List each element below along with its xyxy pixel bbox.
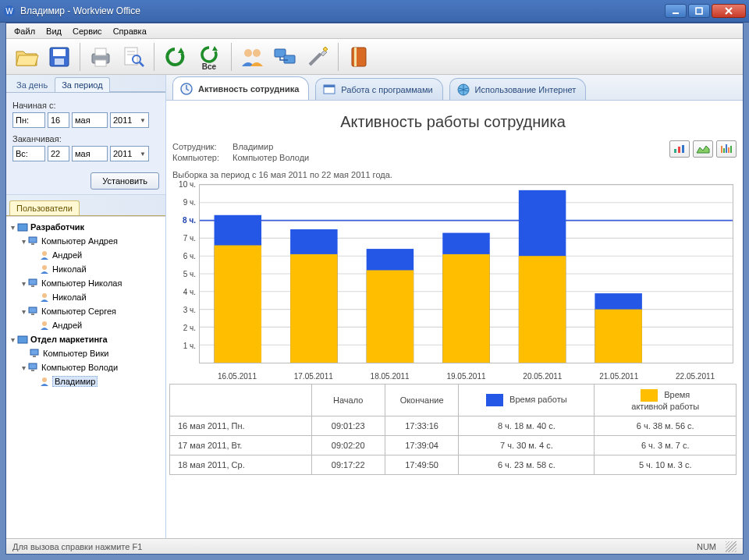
computer-icon [28,278,39,289]
minimize-button[interactable] [665,4,687,18]
menu-service[interactable]: Сервис [68,25,107,37]
svg-rect-36 [31,370,34,371]
svg-rect-48 [728,147,729,153]
clock-icon [179,82,193,96]
svg-rect-29 [29,307,37,313]
svg-rect-62 [215,246,261,363]
table-row: 16 мая 2011, Пн.09:01:2317:33:168 ч. 18 … [170,416,737,436]
group-icon [17,334,28,345]
computer-icon [28,306,39,317]
col-start: Начало [311,385,385,416]
svg-rect-18 [284,55,295,63]
chart: 1 ч.2 ч.3 ч.4 ч.5 ч.6 ч.7 ч.8 ч.9 ч.10 ч… [172,184,733,363]
tree-user[interactable]: Андрей [8,318,164,332]
users-button[interactable] [236,41,268,73]
tree-user[interactable]: Николай [8,290,164,304]
tree-computer[interactable]: ▾Компьютер Андрея [8,234,164,248]
app-icon: W [3,5,16,17]
left-panel: За день За период Начиная с: Пн: 16 мая … [6,75,166,538]
svg-rect-43 [678,147,680,153]
tree-computer[interactable]: ▾Компьютер Николая [8,276,164,290]
tab-programs[interactable]: Работа с программами [315,78,442,100]
apply-button[interactable]: Установить [91,172,159,190]
col-worktime: Время работы [459,385,595,416]
computer-icon [28,236,39,246]
maximize-button[interactable] [688,4,710,18]
menu-view[interactable]: Вид [41,25,66,37]
menu-file[interactable]: Файл [9,25,40,37]
refresh-all-button[interactable]: Все [192,41,226,73]
tab-period[interactable]: За период [55,77,109,92]
resize-grip-icon[interactable] [726,541,737,552]
report-title: Активность работы сотрудника [169,113,737,131]
group-icon [17,222,28,232]
from-month[interactable]: мая [72,112,108,128]
to-day[interactable]: 22 [48,146,69,161]
svg-rect-30 [31,314,34,315]
from-day[interactable]: 16 [48,112,69,128]
tree-computer[interactable]: ▾Компьютер Володи [8,360,164,374]
svg-rect-46 [723,148,725,153]
user-icon [39,292,50,303]
user-icon [39,376,50,387]
svg-rect-5 [53,49,66,56]
svg-rect-27 [31,285,34,287]
svg-rect-40 [324,85,335,87]
svg-line-14 [140,62,144,66]
tree-user[interactable]: Николай [8,262,164,276]
status-hint: Для вызова справки нажмите F1 [12,542,142,551]
save-button[interactable] [44,41,75,73]
chart-type-bars[interactable] [716,140,737,158]
print-button[interactable] [85,41,116,73]
svg-rect-8 [95,48,106,55]
book-button[interactable] [343,41,374,73]
refresh-button[interactable] [159,41,190,73]
chart-type-single[interactable] [669,140,690,158]
svg-rect-44 [682,145,684,153]
tab-activity[interactable]: Активность сотрудника [172,76,309,100]
tree-computer[interactable]: Компьютер Вики [8,346,164,360]
svg-rect-20 [354,48,357,66]
svg-rect-68 [442,254,489,363]
find-button[interactable] [118,41,149,73]
tree-group-marketing[interactable]: ▾Отдел маркетинга [8,332,164,346]
svg-rect-72 [595,310,641,363]
svg-rect-35 [29,363,37,369]
tree-user[interactable]: Андрей [8,248,164,262]
dropdown-icon: ▼ [140,151,146,158]
to-month[interactable]: мая [72,146,108,161]
svg-point-31 [42,321,47,326]
svg-rect-26 [29,279,37,285]
svg-rect-21 [18,224,27,231]
tree-computer[interactable]: ▾Компьютер Сергея [8,304,164,318]
user-icon [39,320,50,331]
svg-rect-9 [95,60,106,66]
svg-point-25 [42,265,47,270]
from-dow[interactable]: Пн: [12,112,45,128]
tab-internet[interactable]: Использование Интернет [449,78,587,100]
tab-day[interactable]: За день [9,77,55,92]
settings-button[interactable] [302,41,333,73]
to-dow[interactable]: Вс: [12,146,45,161]
close-button[interactable] [712,4,746,18]
meta-computer: Компьютер: Компьютер Володи [172,153,737,162]
tree[interactable]: ▾Разработчик ▾Компьютер Андрея Андрей Ни… [6,216,165,538]
menu-help[interactable]: Справка [108,25,151,37]
titlebar: W Владимир - Workview Office [0,0,749,23]
tab-users[interactable]: Пользователи [9,200,80,215]
svg-rect-23 [31,243,34,245]
statusbar: Для вызова справки нажмите F1 NUM [6,538,743,554]
tree-group-dev[interactable]: ▾Разработчик [8,220,164,234]
right-panel: Активность сотрудника Работа с программа… [166,75,743,538]
svg-rect-6 [55,58,64,65]
tree-user-selected[interactable]: Владимир [8,374,164,388]
open-button[interactable] [11,41,42,73]
computers-button[interactable] [269,41,300,73]
to-year[interactable]: 2011▼ [110,146,149,161]
from-year[interactable]: 2011▼ [110,112,149,128]
range-tabs: За день За период [6,75,165,93]
chart-type-area[interactable] [693,140,713,158]
user-icon [39,264,50,275]
status-num: NUM [697,542,716,551]
svg-point-15 [244,49,252,57]
